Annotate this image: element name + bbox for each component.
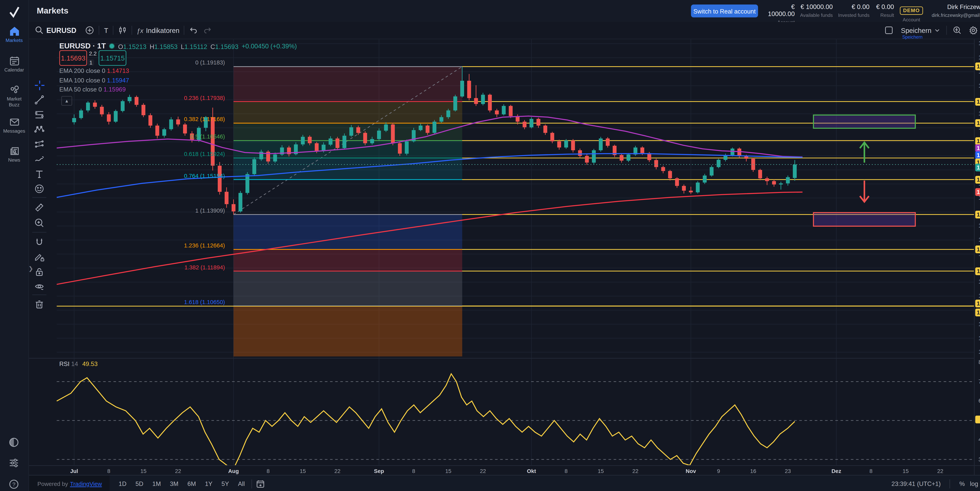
powered-by-text: Powered by xyxy=(37,480,68,487)
remove-drawings-tool[interactable] xyxy=(33,298,46,311)
price-tick: 1.09000 xyxy=(978,349,980,355)
sidebar-item-messages[interactable]: Messages xyxy=(0,117,29,134)
indicators-button[interactable]: ƒx Indikatoren xyxy=(137,27,180,34)
ema-name: EMA 200 close 0 xyxy=(59,67,105,74)
text-tool[interactable] xyxy=(33,167,46,180)
price-tick: 1.20000 xyxy=(978,40,980,47)
zoom-in-tool[interactable] xyxy=(33,216,46,229)
gear-icon xyxy=(969,26,978,35)
projection-tool[interactable] xyxy=(33,138,46,151)
sidebar-item-markets[interactable]: Markets xyxy=(0,26,29,44)
lightning-search-icon xyxy=(953,26,962,35)
market-status-icon xyxy=(109,43,115,49)
emoji-tool[interactable] xyxy=(33,183,46,195)
help-icon: ? xyxy=(8,479,19,489)
stat-label: Account xyxy=(899,17,924,23)
range-button[interactable]: 3M xyxy=(167,479,181,488)
trash-icon xyxy=(34,299,45,309)
symbol-name: EURUSD xyxy=(46,27,76,34)
news-icon xyxy=(9,146,20,157)
magnet-tool[interactable] xyxy=(33,236,46,249)
hide-all-tool[interactable] xyxy=(33,280,46,293)
theme-toggle-button[interactable] xyxy=(8,437,19,448)
switch-to-real-button[interactable]: Switch to Real account xyxy=(691,5,758,17)
toolbar-collapse-button[interactable]: ❯ xyxy=(29,265,33,272)
chart-type-button[interactable] xyxy=(118,26,127,35)
tradingview-link[interactable]: TradingView xyxy=(70,480,102,487)
price-tick: 30.00 xyxy=(978,456,980,462)
sidebar-item-market-buzz[interactable]: Market Buzz xyxy=(0,84,29,108)
legend-expand-button[interactable]: ▲ xyxy=(61,96,72,106)
toolbar-divider xyxy=(184,26,185,35)
redo-button[interactable] xyxy=(203,26,212,35)
range-button[interactable]: 5Y xyxy=(219,479,232,488)
buy-button[interactable]: 1.15715 xyxy=(99,50,126,66)
rsi-label: RSI xyxy=(59,360,70,367)
pattern-tool[interactable] xyxy=(33,123,46,136)
save-label: Speichern xyxy=(901,27,931,34)
go-to-date-button[interactable] xyxy=(256,479,265,488)
crosshair-tool[interactable] xyxy=(33,79,46,92)
preferences-icon xyxy=(8,458,19,469)
sidebar-item-calendar[interactable]: Calendar xyxy=(0,56,29,73)
calendar-go-icon xyxy=(256,479,265,488)
preferences-button[interactable] xyxy=(8,458,19,469)
range-button[interactable]: 1Y xyxy=(202,479,215,488)
price-badge: 1.15947 xyxy=(975,151,980,159)
envelope-icon xyxy=(9,117,20,127)
time-tick: Nov xyxy=(678,468,704,474)
price-tick: 1.18500 xyxy=(978,82,980,89)
range-button[interactable]: 5D xyxy=(133,479,146,488)
range-button[interactable]: All xyxy=(235,479,247,488)
price-tick: 70.00 xyxy=(978,378,980,385)
measure-tool[interactable] xyxy=(33,201,46,214)
lock-all-tool[interactable] xyxy=(33,265,46,278)
brand-logo[interactable] xyxy=(0,4,29,19)
time-tick: Okt xyxy=(519,468,544,474)
price-badge: 1.16546 xyxy=(975,137,980,145)
save-button[interactable]: Speichern Speichern xyxy=(901,27,940,34)
ohlc-value: 1.15112 xyxy=(185,43,207,50)
percent-scale-button[interactable]: % xyxy=(959,480,965,487)
trade-buttons: 1.15693 2.2 1 1.15715 xyxy=(59,50,126,66)
fib-retracement-tool[interactable] xyxy=(33,108,46,121)
time-tick: 8 xyxy=(401,468,427,474)
app-sidebar: Markets Calendar Market Buzz Messages Ne… xyxy=(0,0,29,491)
help-button[interactable]: ? xyxy=(8,479,19,489)
timezone-button[interactable] xyxy=(974,465,980,475)
stat-label: Available funds xyxy=(799,12,833,18)
symbol-search-button[interactable]: EURUSD xyxy=(35,26,76,35)
quick-search-button[interactable] xyxy=(953,26,962,35)
range-button[interactable]: 1M xyxy=(150,479,164,488)
interval-button[interactable]: T xyxy=(104,27,108,34)
price-badge: 1.13909 xyxy=(975,211,980,218)
price-scale[interactable]: 1.200001.195001.190001.185001.175001.170… xyxy=(974,38,980,475)
toolbar-divider xyxy=(946,26,947,35)
range-button[interactable]: 6M xyxy=(185,479,199,488)
stat-demo-account: DEMO Account xyxy=(899,3,924,22)
brush-tool[interactable] xyxy=(33,153,46,165)
time-axis[interactable]: Jul81522Aug81522Sep81522Okt81522Nov91623… xyxy=(29,465,974,475)
layout-select-button[interactable] xyxy=(884,26,893,35)
spread-indicator: 2.2 1 xyxy=(87,50,99,66)
sell-button[interactable]: 1.15693 xyxy=(59,50,87,66)
undo-button[interactable] xyxy=(189,26,198,35)
compare-button[interactable] xyxy=(86,26,94,35)
price-chart[interactable] xyxy=(29,38,974,465)
log-scale-button[interactable]: log xyxy=(970,480,978,487)
ohlc-key: C xyxy=(210,43,215,50)
drawing-mode-lock-tool[interactable] xyxy=(33,251,46,264)
range-button[interactable]: 1D xyxy=(116,479,129,488)
sidebar-item-news[interactable]: News xyxy=(0,146,29,164)
price-tick: 60.00 xyxy=(978,397,980,404)
ema-name: EMA 50 close 0 xyxy=(59,86,102,93)
pencil-lock-icon xyxy=(34,252,45,262)
price-badge: 1.17168 xyxy=(975,119,980,127)
chart-settings-button[interactable] xyxy=(969,26,978,35)
eye-icon xyxy=(34,281,45,292)
trend-line-tool[interactable] xyxy=(33,94,46,106)
user-info[interactable]: Dirk Friczewsky dirk.friczewsky@gmail.co… xyxy=(928,3,980,18)
clock-display[interactable]: 23:39:41 (UTC+1) xyxy=(891,480,940,487)
ohlc-key: H xyxy=(150,43,154,50)
ohlc-key: L xyxy=(181,43,185,50)
